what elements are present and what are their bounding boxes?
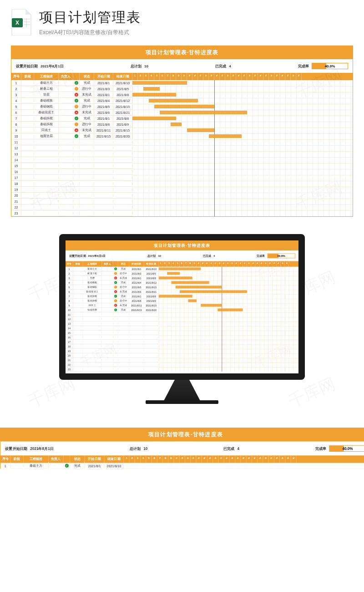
day-col: 3 xyxy=(143,73,149,80)
end-cell: 2021/8/10 xyxy=(144,266,158,271)
day-col: # xyxy=(247,73,253,80)
owner-cell xyxy=(59,123,73,126)
owner-cell xyxy=(59,117,73,120)
summary-row: 设置开始日期2021年8月1日总计划10已完成4完成率40.0% xyxy=(0,442,364,456)
start-cell: 2021/8/1 xyxy=(129,266,144,271)
day-col: 2 xyxy=(163,261,167,266)
table-row-empty: 14 xyxy=(66,326,159,331)
day-col: 9 xyxy=(176,73,182,80)
day-col: # xyxy=(258,73,263,80)
start-cell: 2021/8/1 xyxy=(94,92,113,98)
seq-cell: 4 xyxy=(11,98,21,104)
status-fail-icon xyxy=(75,93,78,97)
gantt-bar xyxy=(209,134,242,138)
seq-cell: 15 xyxy=(66,331,73,335)
summary-row: 设置开始日期 2021年8月1日 总计划 10 已完成 4 完成率 40.0% xyxy=(66,250,299,261)
start-cell: 2021/8/15 xyxy=(129,307,144,312)
status-icon-cell xyxy=(73,133,80,140)
day-col: 1 xyxy=(159,261,163,266)
day-col: 8 xyxy=(188,261,192,266)
gantt-bar xyxy=(132,117,176,120)
day-col: # xyxy=(222,261,226,266)
phase-cell xyxy=(21,135,34,138)
completion-progress-bar: 40.0% xyxy=(312,63,348,69)
status-fail-icon xyxy=(75,111,78,114)
end-cell: 2021/8/8 xyxy=(113,116,132,122)
start-cell: 2021/8/3 xyxy=(129,271,144,276)
phase-cell xyxy=(73,295,83,297)
status-prog-icon xyxy=(114,299,117,302)
start-cell: 2021/8/15 xyxy=(94,133,113,139)
start-cell: 2021/8/5 xyxy=(129,285,144,289)
status-done-icon xyxy=(65,464,68,467)
owner-cell xyxy=(59,82,73,84)
phase-cell xyxy=(21,111,34,114)
start-cell: 2021/8/8 xyxy=(129,298,144,303)
owner-cell xyxy=(59,99,73,102)
gantt-bar xyxy=(159,276,192,279)
status-done-icon xyxy=(75,117,78,120)
seq-cell: 2 xyxy=(66,271,73,276)
start-cell: 2021/8/8 xyxy=(94,122,113,128)
table-row-empty: 14 xyxy=(11,157,132,163)
seq-cell: 10 xyxy=(11,133,21,139)
status-fail-icon xyxy=(114,290,117,293)
status-icon-cell xyxy=(113,307,118,313)
table-row-empty: 17 xyxy=(66,340,159,344)
phase-cell xyxy=(21,93,34,96)
owner-cell xyxy=(102,295,113,297)
day-col: # xyxy=(260,261,264,266)
day-col: # xyxy=(182,73,187,80)
sheet-title-banner: 项目计划管理表-甘特进度表 xyxy=(0,428,364,442)
end-cell: 2021/8/12 xyxy=(144,280,158,285)
day-col: 9 xyxy=(192,261,197,266)
table-row: 4基础模板完成2021/8/42021/8/12 xyxy=(66,281,159,285)
table-row-empty: 11 xyxy=(11,139,132,145)
start-cell: 2021/8/1 xyxy=(129,276,144,280)
start-cell: 2021/8/11 xyxy=(129,303,144,307)
start-date-label: 设置开始日期 xyxy=(5,446,27,451)
seq-cell: 14 xyxy=(11,157,21,163)
seq-cell: 9 xyxy=(11,128,21,133)
cropped-sheet-preview: 项目计划管理表-甘特进度表设置开始日期2021年8月1日总计划10已完成4完成率… xyxy=(0,427,364,469)
total-plan-value: 10 xyxy=(158,254,161,257)
start-date-label: 设置开始日期 xyxy=(16,64,38,69)
owner-cell xyxy=(102,291,113,293)
seq-cell: 19 xyxy=(66,349,73,353)
gantt-bar xyxy=(159,267,201,270)
day-col: # xyxy=(269,73,274,80)
completion-rate-label: 完成率 xyxy=(257,254,265,258)
col-phase: 阶段 xyxy=(73,261,83,266)
seq-cell: 10 xyxy=(66,307,73,312)
total-plan-value: 10 xyxy=(143,446,147,450)
phase-cell xyxy=(73,304,83,306)
start-cell: 2021/8/5 xyxy=(94,104,113,110)
completion-progress-bar: 40.0% xyxy=(329,445,364,452)
table-row-empty: 13 xyxy=(66,322,159,326)
day-col: # xyxy=(247,261,251,266)
seq-cell: 9 xyxy=(66,303,73,307)
gantt-bar xyxy=(217,308,243,311)
table-row-empty: 16 xyxy=(66,335,159,340)
gantt-bar xyxy=(159,295,192,297)
day-col: 2 xyxy=(138,73,143,80)
gantt-bar xyxy=(201,304,222,306)
seq-cell: 5 xyxy=(66,285,73,289)
table-row-empty: 22 xyxy=(11,204,132,210)
gantt-bar xyxy=(176,286,222,288)
day-col: # xyxy=(231,73,236,80)
start-cell: 2021/8/11 xyxy=(94,128,113,133)
page-subtitle: Excel/A4打印/内容随意修改/自带格式 xyxy=(39,29,353,36)
start-cell: 2021/8/6 xyxy=(94,110,113,116)
status-done-icon xyxy=(114,308,117,311)
day-col: # xyxy=(198,73,203,80)
end-cell: 2021/8/15 xyxy=(113,128,132,133)
owner-cell xyxy=(102,304,113,306)
day-col: # xyxy=(220,73,225,80)
seq-cell: 22 xyxy=(11,204,21,210)
completed-value: 4 xyxy=(229,64,231,68)
day-columns: 123456789###################### xyxy=(159,261,289,266)
status-prog-icon xyxy=(114,286,117,288)
seq-cell: 12 xyxy=(11,145,21,151)
monitor-base xyxy=(146,400,218,404)
